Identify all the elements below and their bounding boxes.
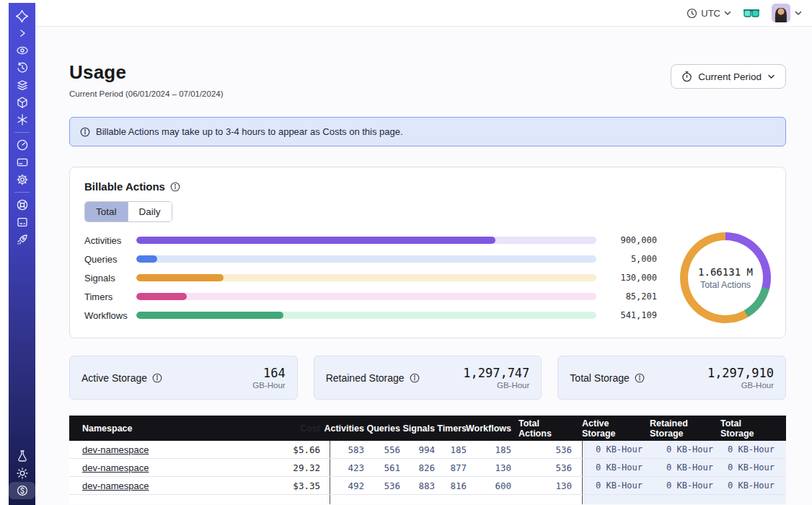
storage-card-label: Retained Storage (326, 372, 420, 384)
sidebar-divider (14, 132, 30, 133)
workflows-icon[interactable] (9, 42, 35, 59)
info-icon[interactable] (170, 182, 180, 192)
usage-dashboard: UTC (0, 0, 812, 505)
settings-gear-icon[interactable] (9, 171, 35, 188)
nexus-icon[interactable] (9, 111, 35, 128)
storage-card-unit: GB-Hour (252, 381, 285, 390)
signals-cell: 883 (407, 477, 442, 494)
bar-value: 130,000 (596, 273, 657, 283)
period-button-label: Current Period (698, 71, 762, 82)
storage-card-value: 164 (252, 366, 285, 380)
bar-row-workflows: Workflows 541,109 (84, 306, 657, 325)
namespace-link[interactable]: dev-namespace (82, 480, 149, 491)
schedules-icon[interactable] (9, 59, 35, 76)
retained-storage-cell: 0 KB-Hour (650, 459, 720, 476)
namespace-link[interactable]: dev-namespace (82, 444, 149, 455)
retained-storage-cell: 0 KB-Hour (650, 477, 720, 494)
table-row: dev-namespace $3.35 492 536 883 816 600 … (69, 477, 786, 495)
bar-value: 541,109 (596, 310, 657, 320)
sidebar-divider (14, 192, 30, 193)
signals-cell: 994 (407, 441, 442, 458)
tab-daily[interactable]: Daily (128, 202, 172, 221)
usage-gauge-icon[interactable] (9, 136, 35, 154)
bar-label: Timers (84, 291, 136, 302)
sidebar (9, 3, 35, 505)
namespace-link[interactable]: dev-namespace (82, 462, 149, 473)
bar-track (136, 255, 596, 263)
page-title: Usage (69, 61, 224, 84)
storage-card-value: 1,297,910 (707, 366, 774, 380)
info-icon[interactable] (410, 373, 420, 383)
total-storage-card: Total Storage 1,297,910 GB-Hour (557, 356, 786, 400)
bar-row-activities: Activities 900,000 (84, 231, 657, 250)
col-activities: Activities (330, 423, 371, 434)
info-icon[interactable] (152, 373, 162, 383)
cost-cell: $3.35 (261, 477, 330, 494)
bar-fill (136, 293, 187, 300)
info-icon[interactable] (635, 373, 645, 383)
bar-value: 5,000 (596, 254, 657, 264)
support-lifebuoy-icon[interactable] (9, 196, 35, 214)
topbar: UTC (35, 0, 812, 27)
storage-card-value: 1,297,747 (463, 366, 529, 380)
bar-row-timers: Timers 85,201 (84, 287, 657, 306)
billable-actions-card: Billable Actions Total Daily Activities … (69, 167, 786, 338)
pricing-dollar-icon[interactable] (9, 482, 35, 499)
bar-label: Activities (84, 235, 136, 246)
deployments-icon[interactable] (9, 94, 35, 111)
col-queries: Queries (371, 423, 407, 434)
total-storage-cell: 0 KB-Hour (720, 477, 786, 494)
storage-cards: Active Storage 164 GB-Hour Retained Stor… (69, 356, 786, 400)
col-total-storage: Total Storage (720, 418, 786, 439)
timezone-label: UTC (701, 8, 720, 19)
tab-total[interactable]: Total (85, 202, 128, 221)
active-storage-cell: 0 KB-Hour (582, 459, 650, 476)
feedback-screen-icon[interactable] (9, 214, 35, 231)
temporal-logo-icon[interactable] (9, 7, 35, 25)
total-storage-cell: 0 KB-Hour (720, 441, 786, 458)
active-storage-cell: 0 KB-Hour (582, 441, 650, 458)
billable-actions-title: Billable Actions (84, 180, 771, 193)
stopwatch-icon (681, 71, 692, 82)
info-icon (80, 127, 90, 137)
table-header: Namespace Cost Activities Queries Signal… (69, 416, 786, 441)
bar-row-queries: Queries 5,000 (84, 250, 657, 268)
chevron-down-icon (795, 11, 802, 16)
glasses-icon[interactable] (743, 8, 760, 18)
active-storage-card: Active Storage 164 GB-Hour (69, 356, 298, 400)
bar-row-signals: Signals 130,000 (84, 268, 657, 287)
total-actions-value: 1.66131 M (698, 266, 753, 278)
labs-flask-icon[interactable] (9, 447, 35, 465)
sidebar-collapse-icon[interactable] (9, 25, 35, 42)
table-row: dev-namespace $5.66 583 556 994 185 185 … (69, 441, 786, 459)
storage-card-label: Total Storage (570, 372, 645, 384)
page-subtitle: Current Period (06/01/2024 – 07/01/2024) (69, 89, 224, 98)
billable-view-tabs: Total Daily (84, 201, 172, 222)
bar-fill (136, 312, 283, 319)
main-area: UTC (35, 0, 812, 505)
cost-cell: 29.32 (261, 459, 330, 476)
queries-cell: 536 (371, 477, 407, 494)
getting-started-rocket-icon[interactable] (9, 231, 35, 248)
total-actions-cell: 130 (518, 477, 582, 494)
theme-sun-icon[interactable] (9, 465, 35, 482)
bar-value: 900,000 (596, 235, 657, 245)
timezone-selector[interactable]: UTC (687, 8, 731, 19)
info-banner: Billable Actions may take up to 3-4 hour… (69, 117, 786, 146)
period-selector-button[interactable]: Current Period (671, 64, 786, 89)
activities-cell: 423 (330, 459, 371, 476)
avatar (772, 4, 790, 22)
total-actions-donut: 1.66131 M Total Actions (680, 232, 771, 323)
bar-fill (136, 274, 224, 281)
queries-cell: 556 (371, 441, 407, 458)
bar-fill (136, 255, 157, 263)
clock-icon (687, 8, 697, 19)
billable-chart: Activities 900,000 Queries 5,000 Signals (84, 231, 771, 325)
col-active-storage: Active Storage (582, 418, 650, 439)
active-storage-cell: 0 KB-Hour (582, 477, 650, 494)
workflows-cell: 600 (474, 477, 518, 494)
namespaces-icon[interactable] (9, 76, 35, 94)
bar-value: 85,201 (596, 291, 657, 302)
account-menu[interactable] (772, 4, 802, 22)
billing-card-icon[interactable] (9, 154, 35, 171)
